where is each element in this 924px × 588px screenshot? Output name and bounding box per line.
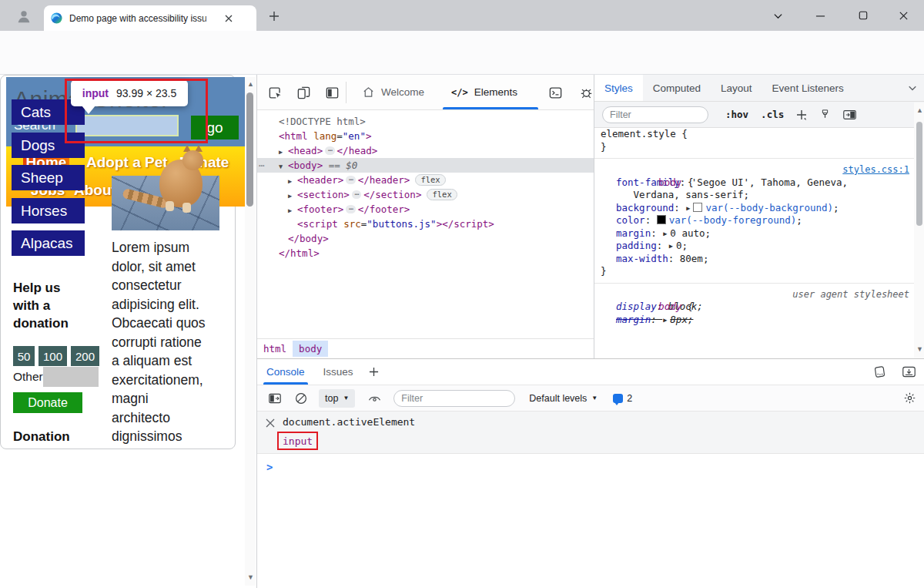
customize-toolbar-icon[interactable] — [865, 366, 893, 378]
drawer-tab-bar: Console Issues — [257, 359, 924, 385]
new-style-rule-icon[interactable] — [796, 109, 807, 120]
styles-rules[interactable]: element.style { } body { styles.css:1 fo… — [594, 128, 914, 358]
css-property[interactable]: padding: ▶0; — [594, 240, 914, 253]
styles-filter-input[interactable]: Filter — [602, 106, 708, 123]
window-maximize-button[interactable] — [853, 7, 873, 24]
css-property[interactable]: margin: ▶0 auto; — [594, 227, 914, 240]
context-selector[interactable]: top ▼ — [319, 389, 355, 408]
page-scrollbar-thumb[interactable] — [246, 92, 253, 207]
tree-node-selected[interactable]: ⋯▼<body> == $0 — [257, 158, 594, 173]
elements-breadcrumb: html body — [257, 338, 594, 358]
rendering-brush-icon[interactable] — [819, 109, 831, 120]
tree-node[interactable]: ▶<footer>⋯</footer> — [257, 202, 594, 217]
styles-tab-bar: Styles Computed Layout Event Listeners — [594, 75, 924, 102]
dock-side-icon[interactable] — [322, 83, 342, 102]
tab-issues[interactable]: Issues — [314, 359, 363, 385]
window-close-button[interactable] — [893, 7, 913, 24]
tree-node[interactable]: </body> — [257, 231, 594, 246]
animal-button-horses[interactable]: Horses — [12, 198, 85, 223]
body-rule-close[interactable]: } — [594, 265, 914, 278]
profile-avatar[interactable] — [11, 5, 37, 28]
tree-node[interactable]: <html lang="en"> — [257, 129, 594, 143]
tab-computed[interactable]: Computed — [643, 75, 711, 101]
tab-layout[interactable]: Layout — [711, 75, 762, 101]
scroll-down-icon[interactable]: ▼ — [916, 346, 923, 353]
browser-tab[interactable]: Demo page with accessibility issu — [44, 5, 256, 31]
lorem-paragraph: Lorem ipsum dolor, sit amet consectetur … — [112, 238, 231, 446]
chevron-down-icon[interactable] — [901, 75, 924, 101]
styles-scrollbar-thumb[interactable] — [916, 122, 922, 226]
console-expression[interactable]: document.activeElement — [283, 416, 415, 428]
add-drawer-tab-icon[interactable] — [363, 367, 386, 377]
tab-event-listeners[interactable]: Event Listeners — [762, 75, 854, 101]
edge-favicon — [50, 12, 63, 25]
chevron-down-icon: ▼ — [591, 395, 598, 402]
scroll-down-icon[interactable]: ▼ — [247, 574, 254, 581]
tree-node[interactable]: <script src="buttons.js"></script> — [257, 217, 594, 231]
breadcrumb-html[interactable]: html — [257, 341, 293, 357]
tree-node[interactable]: <!DOCTYPE html> — [257, 114, 594, 129]
pseudo-state-toggle[interactable]: :hov — [725, 109, 748, 120]
devtools-panel: Welcome </> Elements — [256, 75, 924, 588]
amount-button-200[interactable]: 200 — [71, 346, 99, 366]
donate-button[interactable]: Donate — [13, 392, 82, 413]
console-settings-gear-icon[interactable] — [895, 391, 924, 405]
tab-styles[interactable]: Styles — [594, 75, 643, 101]
message-count-badge[interactable]: 2 — [613, 393, 632, 404]
tab-console[interactable]: Console — [257, 359, 314, 385]
console-filter-placeholder: Filter — [401, 393, 423, 404]
styles-pane: Styles Computed Layout Event Listeners F… — [594, 75, 924, 358]
cat-paw — [166, 201, 174, 211]
console-sidebar-icon[interactable] — [265, 393, 285, 404]
amount-button-100[interactable]: 100 — [38, 346, 67, 366]
tree-node[interactable]: </html> — [257, 246, 594, 260]
window-minimize-button[interactable] — [810, 7, 830, 24]
console-filter-input[interactable]: Filter — [393, 390, 515, 407]
tab-elements[interactable]: </> Elements — [442, 75, 527, 109]
amount-button-50[interactable]: 50 — [13, 346, 35, 366]
element-class-toggle[interactable]: .cls — [761, 109, 784, 120]
chevron-down-icon: ▼ — [343, 395, 349, 402]
tab-search-chevron-icon[interactable] — [768, 7, 787, 24]
remove-expression-icon[interactable] — [263, 416, 277, 430]
page-scrollbar[interactable]: ▲ ▼ — [245, 77, 256, 586]
styles-scrollbar[interactable]: ▲ ▼ — [914, 102, 924, 358]
console-result-annotated[interactable]: input — [277, 432, 318, 450]
element-style-close[interactable]: } — [594, 141, 914, 154]
css-property[interactable]: max-width: 80em; — [594, 253, 914, 266]
default-levels-dropdown[interactable]: Default levels ▼ — [529, 393, 598, 404]
rule-separator — [594, 158, 914, 159]
stylesheet-source-link[interactable]: styles.css:1 — [842, 163, 909, 176]
tree-node[interactable]: ▶<section>⋯</section>flex — [257, 187, 594, 202]
tab-close-icon[interactable] — [225, 15, 233, 22]
ua-rule-selector[interactable]: body { user agent stylesheet — [594, 288, 914, 301]
console-result-input[interactable]: input — [283, 435, 313, 447]
expand-drawer-icon[interactable] — [893, 366, 924, 378]
tree-node[interactable]: ▶<head>⋯</head> — [257, 143, 594, 158]
ua-stylesheet-label: user agent stylesheet — [792, 288, 909, 301]
console-live-expression: document.activeElement input — [257, 412, 924, 454]
scroll-up-icon[interactable]: ▲ — [247, 81, 254, 88]
tab-welcome[interactable]: Welcome — [354, 75, 432, 109]
inspect-element-icon[interactable] — [265, 83, 285, 102]
tree-node[interactable]: ▶<header>⋯</header>flex — [257, 173, 594, 187]
computed-sidebar-toggle-icon[interactable] — [843, 109, 856, 120]
animal-button-sheep[interactable]: Sheep — [12, 165, 85, 190]
breadcrumb-body[interactable]: body — [293, 341, 328, 357]
node-more-icon[interactable]: ⋯ — [259, 158, 264, 173]
scroll-up-icon[interactable]: ▲ — [916, 107, 923, 114]
elements-tree[interactable]: <!DOCTYPE html><html lang="en">▶<head>⋯<… — [257, 110, 594, 338]
live-expression-eye-icon[interactable] — [364, 393, 384, 404]
console-icon[interactable] — [545, 83, 565, 102]
body-rule-selector[interactable]: body { styles.css:1 — [594, 163, 914, 176]
device-emulation-icon[interactable] — [293, 83, 313, 102]
css-property[interactable]: color: var(--body-foreground); — [594, 214, 914, 227]
cat-head — [182, 150, 203, 170]
clear-console-icon[interactable] — [291, 392, 311, 405]
other-amount-input[interactable] — [43, 367, 99, 387]
animal-button-alpacas[interactable]: Alpacas — [12, 230, 85, 256]
styles-filter-row: Filter :hov .cls — [594, 102, 924, 128]
console-prompt-chevron[interactable]: > — [266, 461, 273, 473]
new-tab-button[interactable] — [266, 8, 283, 25]
element-style-open[interactable]: element.style { — [594, 128, 914, 141]
